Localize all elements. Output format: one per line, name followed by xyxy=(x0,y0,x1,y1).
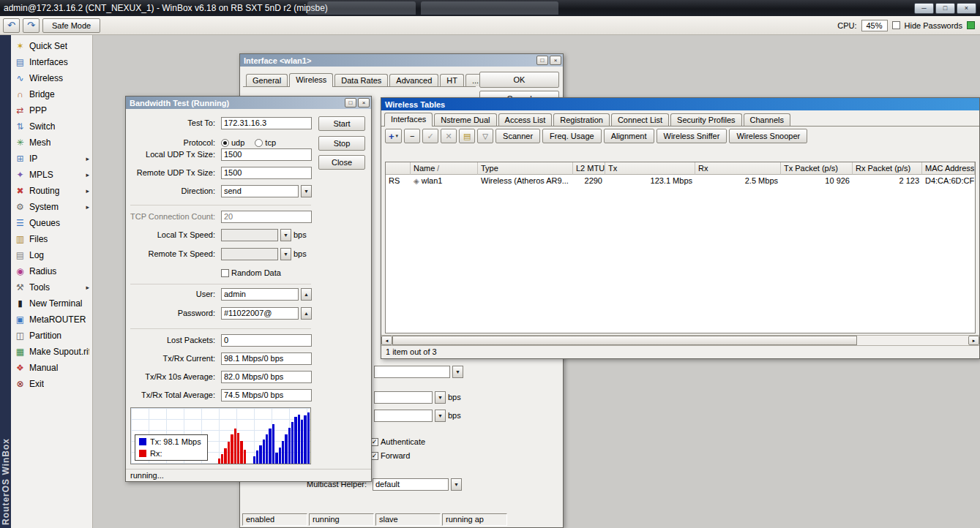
redo-icon[interactable]: ↷ xyxy=(23,18,40,33)
password-input[interactable] xyxy=(221,307,299,320)
column-header-flags[interactable] xyxy=(386,162,411,175)
sidebar-item[interactable]: ◫ Partition xyxy=(11,328,92,344)
undo-icon[interactable]: ↶ xyxy=(3,18,20,33)
start-button[interactable]: Start xyxy=(318,116,365,131)
dropdown-arrow-icon[interactable]: ▼ xyxy=(452,366,463,378)
sidebar-item[interactable]: ▤ Log xyxy=(11,247,92,263)
tab-nstreme-dual[interactable]: Nstreme Dual xyxy=(434,113,496,126)
sidebar-item[interactable]: ▤ Interfaces xyxy=(11,54,92,70)
sidebar-item[interactable]: ⊞ IP ▸ xyxy=(11,151,92,167)
sidebar-item[interactable]: ❖ Manual xyxy=(11,360,92,376)
tab-ht[interactable]: HT xyxy=(440,74,464,86)
maximize-button[interactable]: □ xyxy=(536,56,548,65)
column-header-mac-address[interactable]: MAC Address xyxy=(922,162,975,175)
minimize-button[interactable]: ─ xyxy=(914,3,934,14)
comment-button[interactable]: ▤ xyxy=(459,129,475,143)
collapse-up-icon[interactable]: ▲ xyxy=(301,288,312,301)
interface-bps-field[interactable] xyxy=(374,391,433,404)
sidebar-item[interactable]: ⇅ Switch xyxy=(11,118,92,135)
sidebar-item[interactable]: ✶ Quick Set xyxy=(11,38,92,54)
tab-registration[interactable]: Registration xyxy=(553,113,610,126)
tab-advanced[interactable]: Advanced xyxy=(389,74,438,86)
protocol-tcp-radio[interactable] xyxy=(255,139,263,147)
sidebar-item[interactable]: ⇄ PPP xyxy=(11,102,92,118)
tab-wireless[interactable]: Wireless xyxy=(289,73,333,87)
tab-channels[interactable]: Channels xyxy=(744,113,790,126)
tab-security-profiles[interactable]: Security Profiles xyxy=(670,113,741,126)
sidebar-item[interactable]: ⚒ Tools ▸ xyxy=(11,279,92,295)
dropdown-arrow-icon[interactable]: ▼ xyxy=(435,410,446,422)
tab-access-list[interactable]: Access List xyxy=(498,113,553,126)
direction-select[interactable] xyxy=(221,185,299,197)
interface-row-wlan1[interactable]: RS ◈wlan1 Wireless (Atheros AR9... 2290 … xyxy=(386,175,975,186)
column-header-tx-packet[interactable]: Tx Packet (p/s) xyxy=(781,162,853,175)
maximize-button[interactable]: □ xyxy=(935,3,955,14)
filter-icon[interactable]: ▽ xyxy=(477,129,493,143)
close-button[interactable]: × xyxy=(550,56,561,65)
dropdown-arrow-icon[interactable]: ▼ xyxy=(280,229,291,241)
sidebar-item[interactable]: ∩ Bridge xyxy=(11,86,92,102)
dropdown-arrow-icon[interactable]: ▼ xyxy=(280,248,291,260)
tab-data-rates[interactable]: Data Rates xyxy=(334,74,388,86)
interface-dropdown-field[interactable] xyxy=(374,366,450,378)
column-header-name[interactable]: Name / xyxy=(411,162,478,175)
remote-udp-tx-size-input[interactable] xyxy=(221,167,312,179)
tab-connect-list[interactable]: Connect List xyxy=(611,113,669,126)
sidebar-item[interactable]: ▣ MetaROUTER xyxy=(11,312,92,328)
ok-button[interactable]: OK xyxy=(479,72,559,88)
sidebar-item[interactable]: ▮ New Terminal xyxy=(11,295,92,312)
column-header-type[interactable]: Type xyxy=(478,162,573,175)
sidebar-item[interactable]: ▥ Files xyxy=(11,231,92,247)
add-button[interactable]: + ▾ xyxy=(385,129,402,143)
scanner-button[interactable]: Scanner xyxy=(495,129,540,143)
protocol-udp-radio[interactable] xyxy=(221,139,229,147)
random-data-checkbox[interactable] xyxy=(221,269,229,277)
bandwidth-test-titlebar[interactable]: Bandwidth Test (Running) □ × xyxy=(126,97,371,109)
user-input[interactable] xyxy=(221,288,299,301)
sidebar-item[interactable]: ✖ Routing ▸ xyxy=(11,183,92,199)
column-header-tx[interactable]: Tx xyxy=(605,162,695,175)
disable-button[interactable]: ✕ xyxy=(441,129,457,143)
freq-usage-button[interactable]: Freq. Usage xyxy=(542,129,602,143)
interface-window-titlebar[interactable]: Interface <wlan1> □ × xyxy=(240,54,563,67)
interface-bps-field[interactable] xyxy=(374,410,433,422)
safe-mode-button[interactable]: Safe Mode xyxy=(42,18,100,33)
wireless-sniffer-button[interactable]: Wireless Sniffer xyxy=(657,129,727,143)
test-to-input[interactable] xyxy=(221,117,312,129)
local-udp-tx-size-input[interactable] xyxy=(221,148,312,161)
sidebar-item[interactable]: ✦ MPLS ▸ xyxy=(11,167,92,183)
close-button[interactable]: × xyxy=(358,98,370,108)
sidebar-item[interactable]: ✳ Mesh xyxy=(11,135,92,151)
sidebar-item[interactable]: ∿ Wireless xyxy=(11,70,92,86)
tab-general[interactable]: General xyxy=(246,74,288,86)
collapse-up-icon[interactable]: ▲ xyxy=(301,307,312,320)
sidebar-item[interactable]: ▦ Make Supout.rif xyxy=(11,344,92,360)
maximize-button[interactable]: □ xyxy=(345,98,356,108)
column-header-l2mtu[interactable]: L2 MTU xyxy=(573,162,605,175)
sidebar-item[interactable]: ☰ Queues xyxy=(11,215,92,231)
scroll-left-icon[interactable]: ◂ xyxy=(381,336,392,345)
wireless-tables-titlebar[interactable]: Wireless Tables xyxy=(381,98,979,110)
horizontal-scrollbar[interactable]: ◂ ▸ xyxy=(381,335,979,345)
multicast-helper-value[interactable]: default xyxy=(373,478,449,491)
scrollbar-thumb[interactable] xyxy=(392,336,857,345)
app-titlebar[interactable]: admin@172.31.16.2 (CNT_NEXUX_1) - WinBox… xyxy=(0,0,980,16)
close-button[interactable]: Close xyxy=(318,155,365,170)
column-header-rx[interactable]: Rx xyxy=(695,162,781,175)
sidebar-item[interactable]: ⚙ System ▸ xyxy=(11,199,92,215)
dropdown-arrow-icon[interactable]: ▼ xyxy=(435,391,446,404)
wireless-snooper-button[interactable]: Wireless Snooper xyxy=(729,129,807,143)
remove-button[interactable]: − xyxy=(404,129,420,143)
close-button[interactable]: × xyxy=(957,3,976,14)
hide-passwords-checkbox[interactable] xyxy=(892,21,900,29)
sidebar-item[interactable]: ⊗ Exit xyxy=(11,376,92,392)
dropdown-arrow-icon[interactable]: ▼ xyxy=(451,478,462,491)
alignment-button[interactable]: Alignment xyxy=(604,129,654,143)
column-header-rx-packet[interactable]: Rx Packet (p/s) xyxy=(853,162,922,175)
enable-button[interactable]: ✓ xyxy=(422,129,438,143)
stop-button[interactable]: Stop xyxy=(318,136,365,151)
scroll-right-icon[interactable]: ▸ xyxy=(968,336,979,345)
sidebar-item[interactable]: ◉ Radius xyxy=(11,263,92,279)
tab-interfaces[interactable]: Interfaces xyxy=(384,113,433,127)
dropdown-arrow-icon[interactable]: ▼ xyxy=(301,185,312,197)
